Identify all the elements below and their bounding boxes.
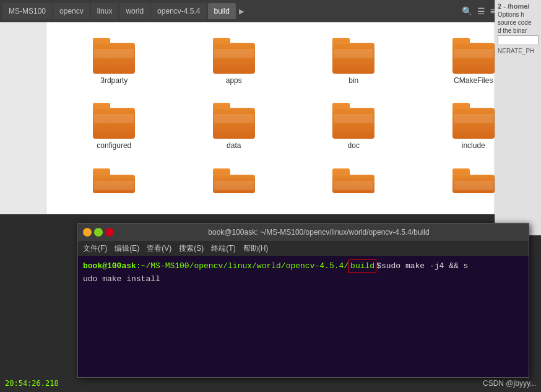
terminal-window-controls [83,228,114,237]
terminal-body[interactable]: book@100ask :~/MS-MS100/opencv/linux/wor… [78,256,529,377]
terminal-menu-terminal[interactable]: 终端(T) [211,243,235,254]
tab-ms-ms100[interactable]: MS-MS100 [2,3,52,19]
folder-label-apps: apps [226,76,242,85]
folder-partial-2[interactable] [176,165,293,202]
terminal-minimize-button[interactable] [83,228,92,237]
terminal-menubar: 文件(F) 编辑(E) 查看(V) 搜索(S) 终端(T) 帮助(H) [78,241,529,256]
terminal-titlebar: book@100ask: ~/MS-MS100/opencv/linux/wor… [78,224,529,241]
side-panel-input[interactable] [498,35,539,45]
folder-label-data: data [227,141,241,150]
folder-label-doc: doc [348,141,360,150]
side-panel-source: source code [498,19,539,26]
tab-opencv-454[interactable]: opencv-4.5.4 [151,3,206,19]
terminal-menu-file[interactable]: 文件(F) [83,243,107,254]
prompt-dollar: $ [376,260,381,272]
side-panel-binary: d the binar [498,27,539,34]
terminal-maximize-button[interactable] [94,228,103,237]
prompt-path-before: :~/MS-MS100/opencv/linux/world/opencv-4.… [136,260,348,272]
folder-configured[interactable]: configured [56,100,173,159]
prompt-path-build: build [348,259,376,273]
file-manager-topbar: MS-MS100 opencv linux world opencv-4.5.4… [0,0,541,22]
folder-apps[interactable]: apps [176,35,293,94]
folder-3rdparty[interactable]: 3rdparty [56,35,173,94]
prompt-user: book@100ask [83,260,136,272]
folder-label-configured: configured [97,141,131,150]
terminal-title: book@100ask: ~/MS-MS100/opencv/linux/wor… [114,228,524,237]
folder-doc[interactable]: doc [295,100,412,159]
file-manager-main: 3rdparty apps bin CMakeFiles [0,22,541,214]
tab-world[interactable]: world [119,3,150,19]
fm-sidebar [0,22,46,214]
taskbar-time: 20:54:26.218 [5,379,59,388]
terminal-prompt-line: book@100ask :~/MS-MS100/opencv/linux/wor… [83,259,524,273]
folder-data[interactable]: data [176,100,293,159]
side-panel-title: 2 - /home/ [498,2,539,10]
terminal-window: book@100ask: ~/MS-MS100/opencv/linux/wor… [77,223,529,378]
prompt-cmd: sudo make -j4 && s [381,260,468,272]
folder-label-3rdparty: 3rdparty [100,76,128,85]
terminal-menu-search[interactable]: 搜索(S) [179,243,204,254]
terminal-second-line: udo make install [83,273,524,285]
tab-opencv[interactable]: opencv [53,3,90,19]
tab-build[interactable]: build [208,3,236,19]
folder-label-bin: bin [348,76,358,85]
terminal-menu-view[interactable]: 查看(V) [147,243,171,254]
folder-partial-3[interactable] [295,165,412,202]
terminal-menu-help[interactable]: 帮助(H) [243,243,269,254]
folder-label-include: include [462,141,485,150]
folder-label-cmakefiles: CMakeFiles [454,76,493,85]
side-panel: 2 - /home/ Options h source code d the b… [495,0,541,235]
side-panel-generate: NERATE_PH [498,48,539,54]
taskbar-right-text: CSDN @jbyyy... [483,379,536,388]
terminal-menu-edit[interactable]: 编辑(E) [115,243,139,254]
folder-partial-1[interactable] [56,165,173,202]
view-toggle-icon[interactable]: ☰ [477,6,485,16]
tab-arrow-icon[interactable]: ▶ [237,7,246,15]
terminal-close-button[interactable] [105,228,114,237]
fm-content: 3rdparty apps bin CMakeFiles [46,22,541,214]
folder-bin[interactable]: bin [295,35,412,94]
tab-linux[interactable]: linux [91,3,119,19]
side-panel-options[interactable]: Options h [498,11,539,18]
search-icon[interactable]: 🔍 [462,6,472,16]
